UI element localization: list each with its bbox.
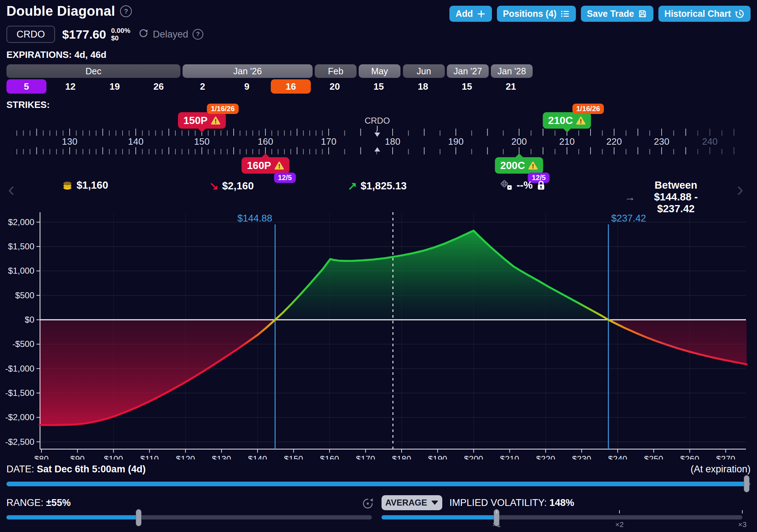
y-axis-label: -$2,500 bbox=[5, 437, 34, 447]
stat-value: $1,825.13 bbox=[360, 180, 407, 192]
strike-badge-160p[interactable]: 160P12/5 bbox=[241, 157, 289, 174]
implied-volatility-row: IMPLIED VOLATILITY: 148% bbox=[449, 497, 574, 508]
price-marker-down-triangle-icon bbox=[374, 133, 380, 137]
month-tab-jan27[interactable]: Jan '27 bbox=[447, 64, 489, 78]
stats-prev-chevron-icon[interactable]: ‹ bbox=[8, 179, 15, 199]
iv-value: 148% bbox=[549, 497, 574, 508]
save-trade-button-label: Save Trade bbox=[587, 9, 634, 19]
reset-icon[interactable] bbox=[362, 497, 374, 510]
x-axis-label: $100 bbox=[104, 454, 123, 459]
strike-ruler-label: 210 bbox=[559, 136, 574, 147]
breakeven-label-upper: $237.42 bbox=[611, 213, 646, 224]
date-value: Sat Dec 6th 5:00am (4d) bbox=[37, 464, 146, 474]
save-trade-button[interactable]: Save Trade bbox=[581, 6, 653, 22]
price-change: 0.00% $0 bbox=[111, 27, 130, 42]
expiration-tag: 1/16/26 bbox=[207, 104, 239, 114]
month-tab-jan28[interactable]: Jan '28 bbox=[491, 64, 533, 78]
stat-value: $2,160 bbox=[222, 180, 254, 192]
strike-ruler-label: 140 bbox=[128, 136, 143, 147]
strike-badge-200c[interactable]: 200C12/5 bbox=[495, 157, 543, 174]
expiration-day-jan28-21[interactable]: 21 bbox=[491, 79, 531, 94]
iv-multiplier-tick bbox=[496, 510, 497, 513]
iv-slider[interactable] bbox=[382, 515, 742, 519]
iv-slider-fill bbox=[382, 515, 497, 519]
strike-ruler-label: 180 bbox=[385, 136, 400, 147]
ticker-row: CRDO $177.60 0.00% $0 Delayed ? bbox=[6, 26, 203, 43]
month-tab-label: Feb bbox=[328, 66, 343, 76]
header: Double Diagonal ? bbox=[6, 4, 132, 19]
payoff-chart[interactable]: $2,000$1,500$1,000$500$0-$500-$1,000-$1,… bbox=[0, 207, 757, 461]
month-tab-feb[interactable]: Feb bbox=[315, 64, 357, 78]
stat-chance-of-profit: --% bbox=[500, 176, 546, 191]
expiration-day-jan26-2[interactable]: 2 bbox=[183, 79, 223, 94]
list-icon bbox=[560, 9, 570, 19]
stat-value: $1,160 bbox=[76, 179, 108, 191]
expiration-day-jun-18[interactable]: 18 bbox=[403, 79, 443, 94]
strike-badge-label: 160P bbox=[247, 160, 271, 171]
month-tab-jun[interactable]: Jun bbox=[403, 64, 445, 78]
date-slider[interactable] bbox=[6, 482, 750, 486]
x-axis-label: $140 bbox=[248, 454, 267, 459]
date-row: DATE: Sat Dec 6th 5:00am (4d) bbox=[6, 464, 146, 475]
historical-chart-button-label: Historical Chart bbox=[664, 9, 731, 19]
x-axis-label: $220 bbox=[536, 454, 555, 459]
x-axis-label: $230 bbox=[572, 454, 591, 459]
volatility-mode-value: AVERAGE bbox=[385, 498, 427, 508]
positions-button-label: Positions (4) bbox=[503, 9, 557, 19]
options-strategy-app: Double Diagonal ? AddPositions (4)Save T… bbox=[0, 0, 757, 532]
historical-chart-button[interactable]: Historical Chart bbox=[658, 6, 751, 22]
range-slider[interactable] bbox=[6, 515, 372, 519]
stats-next-chevron-icon[interactable]: › bbox=[737, 179, 743, 199]
x-axis-label: $150 bbox=[284, 454, 303, 459]
toolbar: AddPositions (4)Save TradeHistorical Cha… bbox=[449, 6, 751, 22]
iv-multiplier-tick bbox=[742, 510, 743, 513]
range-slider-thumb[interactable] bbox=[136, 509, 141, 526]
expiration-day-dec-26[interactable]: 26 bbox=[139, 79, 179, 94]
expiration-day-dec-5[interactable]: 5 bbox=[6, 79, 46, 94]
profit-arrow-icon: ↗ bbox=[348, 179, 357, 193]
warning-icon bbox=[528, 161, 538, 170]
x-axis-label: $240 bbox=[608, 454, 627, 459]
delayed-help-icon[interactable]: ? bbox=[193, 29, 203, 40]
strike-badge-210c[interactable]: 210C1/16/26 bbox=[543, 112, 591, 129]
strike-ruler-label: 220 bbox=[606, 136, 622, 147]
y-axis-label: -$1,000 bbox=[5, 364, 34, 373]
expirations-label: EXPIRATIONS: bbox=[6, 49, 72, 60]
save-icon bbox=[638, 9, 647, 19]
stat-net-debit: $1,160 bbox=[62, 176, 108, 191]
month-tab-jan26[interactable]: Jan '26 bbox=[183, 64, 313, 78]
expiration-day-jan26-16[interactable]: 16 bbox=[271, 79, 311, 94]
strike-badge-label: 200C bbox=[500, 160, 525, 171]
month-tab-label: Jan '28 bbox=[498, 66, 526, 76]
range-label: RANGE: bbox=[6, 497, 44, 508]
expiration-day-jan27-15[interactable]: 15 bbox=[447, 79, 487, 94]
stat-value-row: $1,160 bbox=[62, 179, 108, 191]
month-tab-may[interactable]: May bbox=[359, 64, 400, 78]
x-axis-label: $170 bbox=[356, 454, 375, 459]
month-tab-label: Jan '26 bbox=[233, 66, 262, 76]
expiration-day-dec-19[interactable]: 19 bbox=[95, 79, 135, 94]
expiration-day-jan26-9[interactable]: 9 bbox=[227, 79, 267, 94]
ticker-symbol-input[interactable]: CRDO bbox=[6, 26, 55, 43]
loss-arrow-icon: ↘ bbox=[209, 179, 219, 193]
range-value: ±55% bbox=[46, 497, 71, 508]
expiration-day-may-15[interactable]: 15 bbox=[359, 79, 399, 94]
month-tab-dec[interactable]: Dec bbox=[6, 64, 180, 78]
y-axis-label: $1,000 bbox=[8, 266, 34, 275]
refresh-icon[interactable] bbox=[138, 28, 149, 38]
volatility-mode-dropdown[interactable]: AVERAGE bbox=[382, 495, 442, 510]
expiration-day-dec-12[interactable]: 12 bbox=[50, 79, 90, 94]
strike-badge-150p[interactable]: 150P1/16/26 bbox=[178, 112, 226, 129]
warning-icon bbox=[274, 161, 284, 170]
lock-icon bbox=[536, 180, 546, 190]
date-slider-thumb[interactable] bbox=[744, 475, 749, 492]
stat-max-profit: ↗$1,825.13 bbox=[348, 176, 407, 193]
positions-button[interactable]: Positions (4) bbox=[497, 6, 576, 22]
strategy-help-icon[interactable]: ? bbox=[120, 5, 132, 17]
x-axis-label: $110 bbox=[140, 454, 159, 459]
x-axis-label: $160 bbox=[320, 454, 339, 459]
expiration-day-feb-20[interactable]: 20 bbox=[315, 79, 355, 94]
x-axis-label: $80 bbox=[34, 454, 49, 459]
strike-ruler-label: 190 bbox=[448, 136, 463, 147]
add-button[interactable]: Add bbox=[449, 6, 492, 22]
